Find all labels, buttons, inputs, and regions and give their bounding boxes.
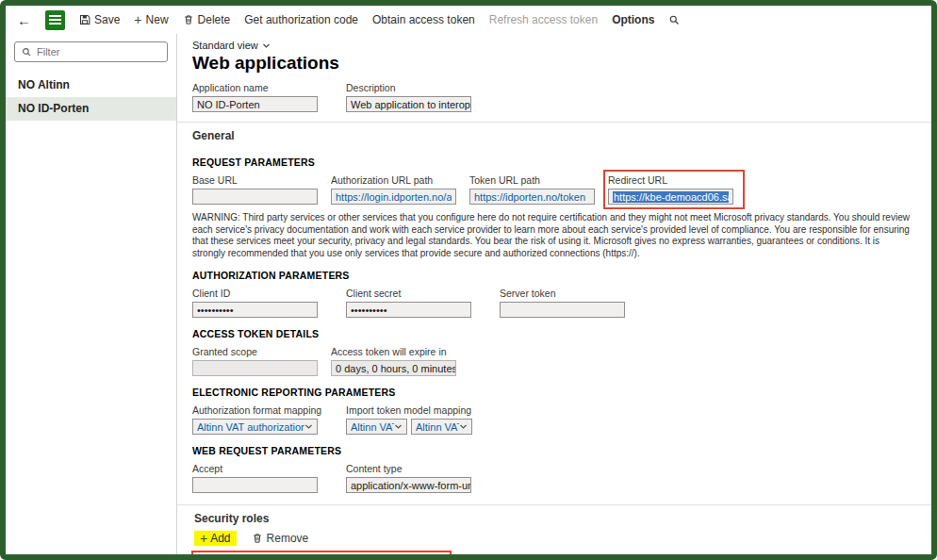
delete-button[interactable]: Delete bbox=[183, 13, 231, 26]
accept-field: Accept bbox=[192, 463, 324, 493]
back-arrow-icon[interactable]: ← bbox=[17, 13, 31, 27]
electronic-reporting-parameters-title: ELECTRONIC REPORTING PARAMETERS bbox=[192, 387, 914, 398]
sidebar-item-no-id-porten[interactable]: NO ID-Porten bbox=[6, 97, 176, 121]
authorization-format-mapping-dropdown[interactable]: Altinn VAT authorization for... bbox=[192, 419, 318, 435]
obtain-access-token-label: Obtain access token bbox=[372, 13, 475, 26]
trash-icon bbox=[252, 533, 263, 544]
page-title: Web applications bbox=[192, 53, 914, 74]
new-label: New bbox=[146, 13, 169, 26]
refresh-access-token-label: Refresh access token bbox=[489, 13, 598, 26]
description-field: Description Web application to interoper… bbox=[346, 82, 478, 112]
redirect-url-label: Redirect URL bbox=[608, 174, 740, 186]
privacy-warning: WARNING: Third party services or other s… bbox=[192, 212, 914, 259]
refresh-access-token-button: Refresh access token bbox=[489, 13, 598, 26]
obtain-access-token-button[interactable]: Obtain access token bbox=[372, 13, 475, 26]
content-type-label: Content type bbox=[346, 463, 478, 474]
view-selector[interactable]: Standard view bbox=[192, 40, 914, 51]
server-token-input[interactable] bbox=[500, 302, 625, 318]
add-label: Add bbox=[210, 532, 230, 545]
client-secret-field: Client secret •••••••••• bbox=[346, 288, 478, 318]
import-token-model-dropdown-2[interactable]: Altinn VAT ... bbox=[411, 419, 472, 435]
server-token-label: Server token bbox=[500, 288, 632, 299]
description-label: Description bbox=[346, 82, 478, 93]
authorization-format-mapping-value: Altinn VAT authorization for... bbox=[197, 421, 304, 433]
security-roles-toolbar: + Add Remove bbox=[194, 531, 914, 546]
access-token-details-title: ACCESS TOKEN DETAILS bbox=[192, 328, 914, 339]
new-button[interactable]: + New bbox=[134, 13, 168, 26]
token-url-value: https://idporten.no/token bbox=[474, 191, 585, 203]
tab-general[interactable]: General bbox=[177, 122, 931, 146]
sidebar-item-no-altinn[interactable]: NO Altinn bbox=[6, 74, 176, 97]
import-token-model-value-1: Altinn VAT ... bbox=[351, 421, 394, 433]
authorization-url-path-field: Authorization URL path https://login.idp… bbox=[331, 174, 463, 205]
import-token-model-value-2: Altinn VAT ... bbox=[416, 421, 459, 433]
filter-box[interactable] bbox=[14, 41, 168, 62]
client-secret-label: Client secret bbox=[346, 288, 478, 299]
save-button[interactable]: Save bbox=[79, 13, 120, 26]
add-button[interactable]: + Add bbox=[194, 531, 237, 546]
redirect-url-input[interactable]: https://kbe-demoacd06.sand... bbox=[608, 189, 733, 205]
base-url-field: Base URL bbox=[192, 174, 324, 205]
grid-header-row: Security role Description bbox=[194, 553, 449, 554]
client-id-input[interactable]: •••••••••• bbox=[192, 302, 318, 318]
import-token-model-mapping-label: Import token model mapping bbox=[346, 404, 487, 416]
client-id-label: Client ID bbox=[192, 288, 324, 299]
application-name-field: Application name NO ID-Porten bbox=[192, 82, 324, 112]
filter-search-icon bbox=[21, 47, 32, 57]
save-icon bbox=[79, 14, 90, 25]
client-secret-input[interactable]: •••••••••• bbox=[346, 302, 471, 318]
security-roles-grid: Security role Description System adminis… bbox=[194, 553, 449, 554]
accept-input[interactable] bbox=[192, 477, 318, 493]
save-label: Save bbox=[94, 13, 120, 26]
content-type-input[interactable]: application/x-www-form-urle... bbox=[346, 477, 471, 493]
base-url-input[interactable] bbox=[192, 189, 318, 205]
app-window: ← Save + New Delete Get authorization co… bbox=[0, 0, 937, 560]
trash-icon bbox=[183, 14, 194, 25]
plus-icon: + bbox=[200, 532, 207, 545]
action-pane: ← Save + New Delete Get authorization co… bbox=[6, 6, 931, 34]
security-roles-title: Security roles bbox=[194, 512, 914, 525]
options-label: Options bbox=[612, 13, 654, 26]
options-button[interactable]: Options bbox=[612, 13, 654, 26]
chevron-down-icon bbox=[262, 41, 271, 50]
chevron-down-icon bbox=[304, 422, 313, 431]
accept-label: Accept bbox=[192, 463, 324, 474]
token-expiry-input: 0 days, 0 hours, 0 minutes bbox=[331, 360, 456, 376]
section-divider bbox=[177, 504, 931, 505]
hamburger-menu-button[interactable] bbox=[45, 10, 65, 30]
token-url-path-label: Token URL path bbox=[469, 174, 601, 186]
chevron-down-icon bbox=[394, 422, 403, 431]
server-token-field: Server token bbox=[500, 288, 632, 318]
authorization-url-path-input[interactable]: https://login.idporten.no/aut... bbox=[331, 189, 456, 205]
plus-icon: + bbox=[134, 13, 141, 26]
application-name-label: Application name bbox=[192, 82, 324, 93]
authorization-parameters-title: AUTHORIZATION PARAMETERS bbox=[192, 270, 914, 281]
content-type-field: Content type application/x-www-form-urle… bbox=[346, 463, 478, 493]
row-selector-strip bbox=[194, 553, 200, 554]
token-url-path-field: Token URL path https://idporten.no/token bbox=[469, 174, 601, 205]
base-url-label: Base URL bbox=[192, 174, 324, 186]
authorization-format-mapping-field: Authorization format mapping Altinn VAT … bbox=[192, 404, 324, 435]
import-token-model-dropdown-1[interactable]: Altinn VAT ... bbox=[346, 419, 407, 435]
description-input[interactable]: Web application to interoper... bbox=[346, 96, 471, 112]
token-expiry-field: Access token will expire in 0 days, 0 ho… bbox=[331, 346, 463, 376]
form-content: Standard view Web applications Applicati… bbox=[177, 34, 931, 554]
remove-button[interactable]: Remove bbox=[252, 532, 309, 545]
search-icon[interactable] bbox=[668, 14, 680, 25]
granted-scope-field: Granted scope bbox=[192, 346, 324, 376]
application-name-input[interactable]: NO ID-Porten bbox=[192, 96, 318, 112]
records-sidebar: NO Altinn NO ID-Porten bbox=[6, 34, 177, 554]
authorization-url-value: https://login.idporten.no/aut... bbox=[336, 191, 452, 203]
granted-scope-input bbox=[192, 360, 318, 376]
web-request-parameters-title: WEB REQUEST PARAMETERS bbox=[192, 445, 914, 456]
remove-label: Remove bbox=[267, 532, 309, 545]
chevron-down-icon bbox=[459, 422, 468, 431]
delete-label: Delete bbox=[198, 13, 231, 26]
filter-input[interactable] bbox=[37, 46, 161, 58]
token-expiry-label: Access token will expire in bbox=[331, 346, 463, 357]
authorization-url-path-label: Authorization URL path bbox=[331, 174, 463, 186]
token-url-path-input[interactable]: https://idporten.no/token bbox=[469, 189, 595, 205]
redirect-url-field-annotated: Redirect URL https://kbe-demoacd06.sand.… bbox=[608, 174, 740, 205]
get-authorization-code-label: Get authorization code bbox=[244, 13, 358, 26]
get-authorization-code-button[interactable]: Get authorization code bbox=[244, 13, 358, 26]
